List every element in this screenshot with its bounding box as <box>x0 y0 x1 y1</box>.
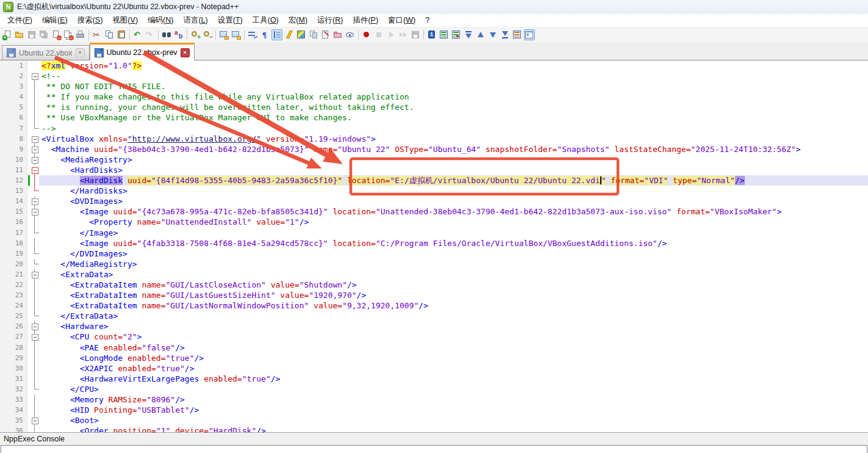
editor-line-8[interactable]: 8<VirtualBox xmlns="http://www.virtualbo… <box>0 134 868 144</box>
editor-line-29[interactable]: 29 <LongMode enabled="true"/> <box>0 353 868 363</box>
zoom-in-icon[interactable] <box>190 29 201 40</box>
save-icon[interactable] <box>26 29 37 40</box>
console-output[interactable] <box>1 445 867 453</box>
editor-line-12[interactable]: 12 <HardDisk uuid="{84f14d98-5355-40b5-9… <box>0 175 868 186</box>
close-all-icon[interactable] <box>63 29 74 40</box>
editor-line-27[interactable]: 27 <CPU count="2"> <box>0 332 868 342</box>
editor-line-6[interactable]: 6 ** Use VBoxManage or the VirtualBox Ma… <box>0 112 868 123</box>
sync-horizontal-scroll-icon[interactable] <box>231 29 242 40</box>
tab-close-icon[interactable]: × <box>76 48 85 57</box>
show-all-characters-icon[interactable] <box>259 29 270 40</box>
fold-toggle-icon[interactable] <box>30 415 39 426</box>
jump-bottom-icon[interactable] <box>500 29 511 40</box>
tab-close-icon[interactable]: × <box>181 48 190 57</box>
fold-toggle-icon[interactable] <box>30 206 39 217</box>
macro-run-multiple-icon[interactable] <box>398 29 409 40</box>
menu-item-编辑e[interactable]: 编辑(E) <box>37 14 73 27</box>
jump-up-icon[interactable] <box>475 29 486 40</box>
fold-toggle-icon[interactable] <box>30 269 39 280</box>
editor-line-31[interactable]: 31 <HardwareVirtExLargePages enabled="tr… <box>0 374 868 384</box>
tab-1[interactable]: Ubuntu 22.vbox× <box>2 45 90 60</box>
function-list-icon[interactable] <box>284 29 295 40</box>
fold-toggle-icon[interactable] <box>30 134 39 144</box>
editor-line-24[interactable]: 24 <ExtraDataItem name="GUI/LastNormalWi… <box>0 300 868 311</box>
macro-save-icon[interactable] <box>410 29 421 40</box>
macro-record-icon[interactable] <box>361 29 372 40</box>
editor-line-32[interactable]: 32 </CPU> <box>0 384 868 394</box>
new-file-icon[interactable] <box>2 29 13 40</box>
editor-line-23[interactable]: 23 <ExtraDataItem name="GUI/LastGuestSiz… <box>0 290 868 300</box>
editor-line-34[interactable]: 34 <HID Pointing="USBTablet"/> <box>0 405 868 415</box>
menu-item-窗口w[interactable]: 窗口(W) <box>383 14 420 27</box>
copy-icon[interactable] <box>104 29 115 40</box>
paste-icon[interactable] <box>116 29 127 40</box>
editor-line-3[interactable]: 3 ** DO NOT EDIT THIS FILE. <box>0 81 868 92</box>
fold-toggle-icon[interactable] <box>30 154 39 165</box>
menu-item-插件p[interactable]: 插件(P) <box>348 14 383 27</box>
menu-item-搜索s[interactable]: 搜索(S) <box>73 14 108 27</box>
nppexec-run-icon[interactable] <box>426 29 437 40</box>
editor-line-21[interactable]: 21 <ExtraData> <box>0 269 868 280</box>
editor-line-9[interactable]: 9 <Machine uuid="{38eb04c3-3790-4ed1-b64… <box>0 144 868 154</box>
fold-toggle-icon[interactable] <box>30 144 39 154</box>
jump-top-icon[interactable] <box>463 29 474 40</box>
undo-icon[interactable] <box>132 29 143 40</box>
menu-item-视图v[interactable]: 视图(V) <box>107 14 143 27</box>
document-map-icon[interactable] <box>296 29 307 40</box>
editor[interactable]: 1<?xml version="1.0"?>2<!--3 ** DO NOT E… <box>0 60 868 432</box>
editor-line-36[interactable]: 36 <Order position="1" device="HardDisk"… <box>0 426 868 432</box>
editor-line-26[interactable]: 26 <Hardware> <box>0 321 868 332</box>
editor-line-25[interactable]: 25 </ExtraData> <box>0 311 868 321</box>
editor-line-14[interactable]: 14 <DVDImages> <box>0 196 868 206</box>
editor-line-10[interactable]: 10 <MediaRegistry> <box>0 154 868 165</box>
editor-line-5[interactable]: 5 ** is running, your changes will be ov… <box>0 102 868 112</box>
save-all-icon[interactable] <box>38 29 49 40</box>
nppexec-options-icon[interactable] <box>512 29 523 40</box>
menu-item-运行r[interactable]: 运行(R) <box>312 14 348 27</box>
editor-line-13[interactable]: 13 </HardDisks> <box>0 186 868 196</box>
open-file-icon[interactable] <box>14 29 25 40</box>
folder-as-workspace-icon[interactable] <box>332 29 343 40</box>
editor-line-30[interactable]: 30 <X2APIC enabled="true"/> <box>0 363 868 374</box>
word-wrap-icon[interactable] <box>247 29 258 40</box>
fold-toggle-icon[interactable] <box>30 321 39 332</box>
menu-item-工具o[interactable]: 工具(O) <box>248 14 284 27</box>
close-file-icon[interactable] <box>51 29 62 40</box>
editor-line-35[interactable]: 35 <Boot> <box>0 415 868 426</box>
menu-item-文件f[interactable]: 文件(F) <box>2 14 37 27</box>
editor-line-19[interactable]: 19 </DVDImages> <box>0 248 868 259</box>
editor-line-7[interactable]: 7--> <box>0 123 868 134</box>
editor-line-16[interactable]: 16 <Property name="UnattendedInstall" va… <box>0 217 868 227</box>
replace-icon[interactable] <box>173 29 184 40</box>
menu-item-宏m[interactable]: 宏(M) <box>284 14 312 27</box>
menu-item-设置t[interactable]: 设置(T) <box>213 14 248 27</box>
nppexec-script1-icon[interactable] <box>439 29 450 40</box>
edit-popup-icon[interactable] <box>320 29 331 40</box>
sync-vertical-scroll-icon[interactable] <box>218 29 229 40</box>
menu-item-[interactable]: ? <box>420 14 434 27</box>
zoom-out-icon[interactable] <box>202 29 213 40</box>
menu-item-语言l[interactable]: 语言(L) <box>178 14 212 27</box>
editor-line-1[interactable]: 1<?xml version="1.0"?> <box>0 60 868 71</box>
editor-line-20[interactable]: 20 </MediaRegistry> <box>0 259 868 269</box>
editor-line-2[interactable]: 2<!-- <box>0 71 868 81</box>
menu-item-编码n[interactable]: 编码(N) <box>143 14 178 27</box>
monitoring-icon[interactable] <box>345 29 356 40</box>
fold-toggle-icon[interactable] <box>30 196 39 206</box>
show-indent-guide-icon[interactable] <box>271 29 282 40</box>
find-icon[interactable] <box>161 29 172 40</box>
macro-stop-icon[interactable] <box>373 29 384 40</box>
fold-toggle-icon[interactable] <box>30 165 39 175</box>
redo-icon[interactable] <box>145 29 156 40</box>
print-icon[interactable] <box>75 29 86 40</box>
editor-line-11[interactable]: 11 <HardDisks> <box>0 165 868 175</box>
nppexec-script2-icon[interactable] <box>451 29 462 40</box>
fold-toggle-icon[interactable] <box>30 71 39 81</box>
fold-toggle-icon[interactable] <box>30 332 39 342</box>
tab-2[interactable]: Ubuntu 22.vbox-prev× <box>90 43 195 60</box>
editor-line-15[interactable]: 15 <Image uuid="{4c73a678-995a-471c-82eb… <box>0 206 868 217</box>
editor-line-33[interactable]: 33 <Memory RAMSize="8096"/> <box>0 394 868 405</box>
editor-line-4[interactable]: 4 ** If you make changes to this file wh… <box>0 92 868 102</box>
editor-line-28[interactable]: 28 <PAE enabled="false"/> <box>0 342 868 353</box>
jump-down-icon[interactable] <box>487 29 498 40</box>
